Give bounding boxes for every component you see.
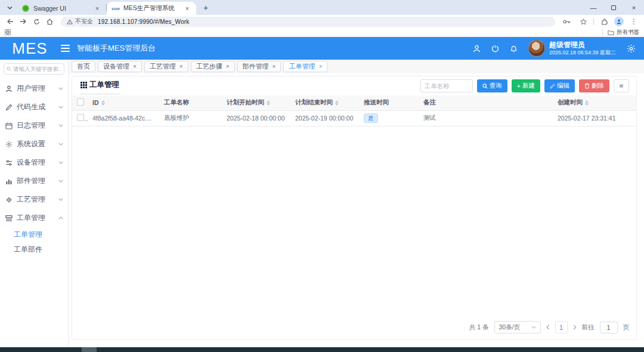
maximize-button[interactable] xyxy=(603,0,624,15)
profile-avatar[interactable] xyxy=(614,17,624,26)
scrollbar-thumb[interactable] xyxy=(82,347,97,352)
browser-menu-icon[interactable]: ⋮ xyxy=(627,16,640,27)
next-page-button[interactable] xyxy=(573,325,577,330)
user-box[interactable]: 超级管理员 2025.02.18 06:54:39 星期二 xyxy=(528,40,616,57)
col-created[interactable]: 创建时间 xyxy=(553,95,636,110)
window-controls: — × xyxy=(583,0,644,15)
search-button[interactable]: 查询 xyxy=(477,79,507,92)
logout-power-icon[interactable] xyxy=(491,45,499,53)
page-size-select[interactable]: 30条/页 xyxy=(494,321,541,334)
page-unit-label: 页 xyxy=(623,323,630,332)
delete-button[interactable]: 删除 xyxy=(579,79,609,92)
sidebar-item-workorders[interactable]: 工单管理 xyxy=(0,209,68,227)
forward-icon[interactable] xyxy=(17,16,30,27)
close-window-button[interactable]: × xyxy=(624,0,644,15)
goto-page-input[interactable] xyxy=(600,322,618,334)
new-tab-button[interactable]: + xyxy=(200,2,212,14)
submenu-item-workorder-mgmt[interactable]: 工单管理 xyxy=(0,227,68,242)
page-number-button[interactable]: 1 xyxy=(555,321,568,334)
password-key-icon[interactable] xyxy=(560,16,573,27)
tab-process-steps[interactable]: 工艺步骤× xyxy=(191,61,235,72)
chevron-down-icon xyxy=(58,180,63,183)
search-icon xyxy=(482,84,488,89)
tab-search-button[interactable] xyxy=(5,2,15,13)
reload-icon[interactable] xyxy=(30,16,43,27)
settings-gear-icon[interactable] xyxy=(627,44,636,53)
grid-icon xyxy=(80,82,87,88)
browser-tab-mes[interactable]: vue MES生产管理系统 × xyxy=(107,2,196,15)
back-icon[interactable] xyxy=(4,16,17,27)
cog-icon xyxy=(5,196,13,203)
sidebar-item-users[interactable]: 用户管理 xyxy=(0,79,68,98)
sidebar-search[interactable] xyxy=(4,63,64,75)
tab-process[interactable]: 工艺管理× xyxy=(144,61,188,72)
col-end[interactable]: 计划结束时间 xyxy=(290,95,359,110)
bookmark-star-icon[interactable] xyxy=(577,16,590,27)
sidebar: 用户管理 代码生成 日志管理 系统设置 xyxy=(0,60,69,347)
card-header: 工单管理 查询 + 新建 编 xyxy=(72,76,636,95)
sidebar-search-input[interactable] xyxy=(13,66,61,72)
sidebar-item-parts[interactable]: 部件管理 xyxy=(0,172,68,190)
all-bookmarks-label: 所有书签 xyxy=(617,29,639,36)
close-icon[interactable]: × xyxy=(179,63,183,70)
col-pushed: 推送时间 xyxy=(359,95,419,110)
apps-grid-icon[interactable] xyxy=(5,29,11,35)
submenu-item-workorder-parts[interactable]: 工单部件 xyxy=(0,242,68,257)
tab-devices[interactable]: 设备管理× xyxy=(98,61,142,72)
minimize-button[interactable]: — xyxy=(583,0,603,15)
app-title: 智能板手MES管理后台 xyxy=(77,43,156,54)
sidebar-item-devices[interactable]: 设备管理 xyxy=(0,153,68,172)
goto-label: 前往 xyxy=(582,323,595,332)
sidebar-item-process[interactable]: 工艺管理 xyxy=(0,190,68,209)
close-tab-icon[interactable]: × xyxy=(93,4,101,13)
close-tab-icon[interactable]: × xyxy=(183,4,191,13)
table-header-row: ID 工单名称 计划开始时间 计划结束时间 推送时间 备注 创建时间 xyxy=(72,95,636,110)
cell-end: 2025-02-19 00:00:00 xyxy=(290,110,359,126)
close-icon[interactable]: × xyxy=(318,63,322,70)
not-secure-icon xyxy=(67,19,73,24)
workorder-name-input[interactable] xyxy=(420,79,473,92)
sort-icon[interactable] xyxy=(101,100,105,106)
all-bookmarks-button[interactable]: 所有书签 xyxy=(602,29,639,36)
menu-lines-icon xyxy=(620,84,623,88)
gear-icon xyxy=(5,141,13,148)
sort-icon[interactable] xyxy=(267,100,270,106)
sidebar-collapse-icon[interactable] xyxy=(61,45,70,52)
close-icon[interactable]: × xyxy=(226,63,230,70)
col-remark: 备注 xyxy=(419,95,553,110)
taskbar-strip xyxy=(0,347,644,352)
user-avatar[interactable] xyxy=(528,40,545,57)
prev-page-button[interactable] xyxy=(546,325,550,330)
trash-icon xyxy=(584,83,590,89)
table-row[interactable]: 4f8a2f58-aa48-42cd-aaff-... 底板维护 2025-02… xyxy=(72,110,636,126)
sidebar-item-codegen[interactable]: 代码生成 xyxy=(0,98,68,116)
select-all-checkbox[interactable] xyxy=(77,98,84,106)
browser-tab-title: MES生产管理系统 xyxy=(123,4,183,13)
column-settings-button[interactable] xyxy=(614,79,629,92)
edit-button[interactable]: 编辑 xyxy=(544,79,575,92)
notification-bell-icon[interactable] xyxy=(510,45,518,53)
tab-parts[interactable]: 部件管理× xyxy=(237,61,281,72)
user-icon[interactable] xyxy=(473,45,481,53)
col-id[interactable]: ID xyxy=(88,95,159,110)
sort-icon[interactable] xyxy=(585,100,589,106)
sidebar-item-logs[interactable]: 日志管理 xyxy=(0,116,68,135)
home-icon[interactable] xyxy=(43,16,56,27)
close-icon[interactable]: × xyxy=(273,63,276,70)
sidebar-item-system-settings[interactable]: 系统设置 xyxy=(0,135,68,153)
chevron-down-icon xyxy=(531,326,536,329)
extensions-icon[interactable] xyxy=(597,16,611,27)
tab-workorders[interactable]: 工单管理× xyxy=(283,61,327,72)
row-checkbox[interactable] xyxy=(77,114,84,121)
user-name: 超级管理员 xyxy=(549,41,616,49)
col-start[interactable]: 计划开始时间 xyxy=(222,95,290,110)
cell-start: 2025-02-18 00:00:00 xyxy=(222,110,290,126)
create-button[interactable]: + 新建 xyxy=(512,79,540,92)
tab-home[interactable]: 首页 xyxy=(72,61,95,72)
chevron-down-icon xyxy=(58,87,63,90)
sort-icon[interactable] xyxy=(335,100,339,106)
close-icon[interactable]: × xyxy=(133,63,137,70)
browser-tab-swagger[interactable]: Swagger UI × xyxy=(17,2,106,15)
address-bar[interactable]: 不安全 192.168.1.107:9990/#/Mes_Work xyxy=(61,17,555,27)
cell-id: 4f8a2f58-aa48-42cd-aaff-... xyxy=(88,110,159,126)
